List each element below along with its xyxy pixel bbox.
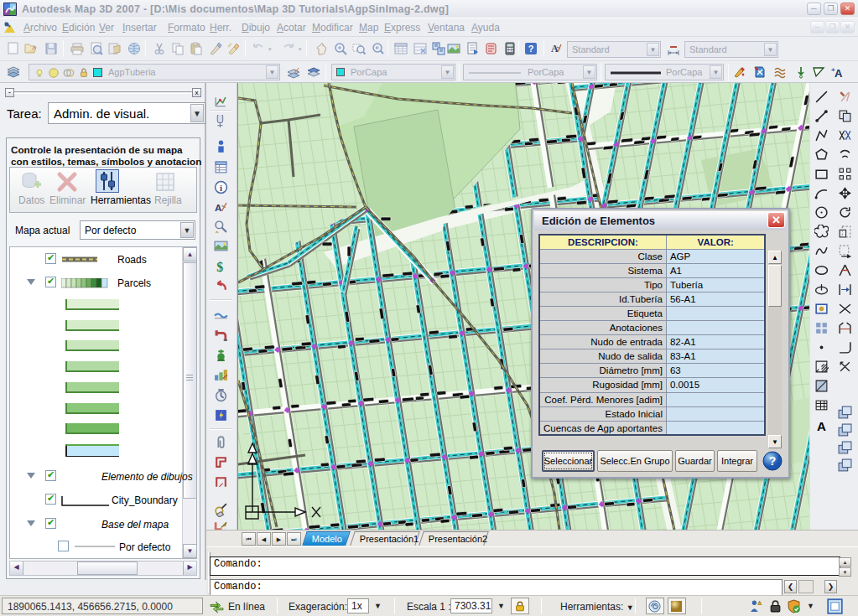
svg-text:A: A <box>835 67 843 79</box>
svg-text:A: A <box>551 43 559 54</box>
svg-text:$: $ <box>216 260 223 273</box>
svg-text:?: ? <box>769 454 777 468</box>
svg-text:A: A <box>215 202 222 213</box>
svg-text:i: i <box>220 184 222 193</box>
svg-text:?: ? <box>528 44 534 54</box>
